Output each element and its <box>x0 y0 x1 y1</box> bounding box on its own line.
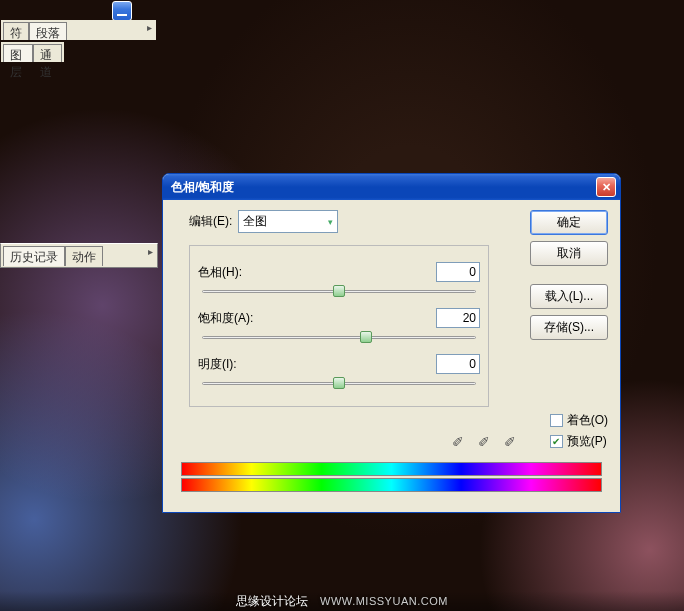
edit-value: 全图 <box>243 213 267 230</box>
hue-slider[interactable] <box>202 284 476 300</box>
palette-menu-icon[interactable]: ▸ <box>147 22 152 33</box>
lightness-label: 明度(I): <box>198 356 273 373</box>
eyedropper-subtract-icon[interactable]: ✐ <box>504 434 520 450</box>
save-button[interactable]: 存储(S)... <box>530 315 608 340</box>
dialog-title: 色相/饱和度 <box>171 179 596 196</box>
slider-thumb[interactable] <box>360 331 372 343</box>
edit-label: 编辑(E): <box>189 213 232 230</box>
eyedropper-icon[interactable]: ✐ <box>452 434 468 450</box>
ok-button[interactable]: 确定 <box>530 210 608 235</box>
chevron-down-icon: ▾ <box>328 217 333 227</box>
tab-character[interactable]: 符 <box>3 22 29 40</box>
preview-checkbox[interactable]: ✔ 预览(P) <box>550 433 608 450</box>
watermark-site: 思缘设计论坛 <box>236 593 308 610</box>
preview-label: 预览(P) <box>567 433 607 450</box>
cancel-button[interactable]: 取消 <box>530 241 608 266</box>
colorize-label: 着色(O) <box>567 412 608 429</box>
slider-thumb[interactable] <box>333 285 345 297</box>
lightness-input[interactable] <box>436 354 480 374</box>
saturation-slider[interactable] <box>202 330 476 346</box>
tab-layers[interactable]: 图层 <box>3 44 33 62</box>
checkbox-icon: ✔ <box>550 435 563 448</box>
colorize-checkbox[interactable]: 着色(O) <box>550 412 608 429</box>
watermark: 思缘设计论坛 WWW.MISSYUAN.COM <box>0 591 684 611</box>
slider-thumb[interactable] <box>333 377 345 389</box>
checkbox-icon <box>550 414 563 427</box>
hue-saturation-dialog: 色相/饱和度 ✕ 编辑(E): 全图 ▾ 色相(H): 饱和度(A): <box>162 173 621 513</box>
hue-input[interactable] <box>436 262 480 282</box>
tab-paragraph[interactable]: 段落 <box>29 22 67 40</box>
tab-history[interactable]: 历史记录 <box>3 246 65 266</box>
history-palette: 历史记录 动作 ▸ <box>0 243 158 268</box>
load-button[interactable]: 载入(L)... <box>530 284 608 309</box>
hue-label: 色相(H): <box>198 264 273 281</box>
lightness-slider[interactable] <box>202 376 476 392</box>
saturation-input[interactable] <box>436 308 480 328</box>
slider-group: 色相(H): 饱和度(A): 明度(I): <box>189 245 489 407</box>
eyedropper-add-icon[interactable]: ✐ <box>478 434 494 450</box>
saturation-label: 饱和度(A): <box>198 310 273 327</box>
hue-spectrum-after <box>181 478 602 492</box>
edit-select[interactable]: 全图 ▾ <box>238 210 338 233</box>
close-button[interactable]: ✕ <box>596 177 616 197</box>
palette-menu-icon[interactable]: ▸ <box>148 246 153 257</box>
tab-channels[interactable]: 通道 <box>33 44 63 62</box>
palette-minimize-button[interactable] <box>112 1 132 21</box>
hue-spectrum-before <box>181 462 602 476</box>
watermark-url: WWW.MISSYUAN.COM <box>320 595 448 607</box>
tab-actions[interactable]: 动作 <box>65 246 103 266</box>
